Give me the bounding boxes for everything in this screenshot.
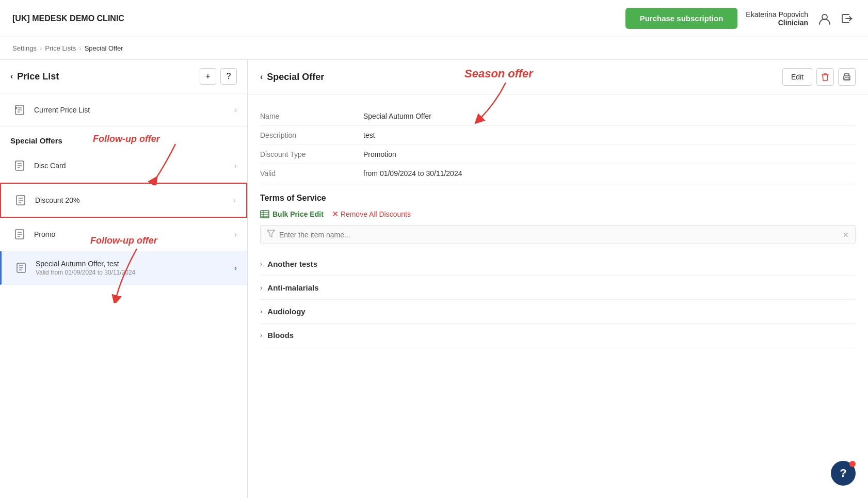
table-icon (260, 210, 269, 218)
remove-all-button[interactable]: ✕ Remove All Discounts (332, 209, 411, 219)
help-info-button[interactable]: ? (220, 68, 237, 85)
print-button[interactable] (838, 68, 856, 86)
left-panel-header: ‹ Price List + ? (0, 60, 247, 93)
disc-card-text: Disc Card (29, 162, 234, 170)
help-icon: ? (840, 467, 846, 480)
valid-row: Valid from 01/09/2024 to 30/11/2024 (260, 164, 856, 183)
expand-arrow-anti-malarials: › (260, 284, 262, 292)
name-row: Name Special Autumn Offer (260, 107, 856, 126)
special-autumn-label: Special Autumn Offer, test (36, 260, 229, 268)
promo-label: Promo (34, 230, 229, 238)
edit-button[interactable]: Edit (782, 68, 812, 86)
disc-card-arrow: › (234, 162, 237, 170)
discount-20-label: Discount 20% (35, 196, 228, 204)
discount-type-label: Discount Type (260, 150, 363, 158)
panel-actions: + ? (200, 68, 237, 85)
promo-text: Promo (29, 230, 234, 238)
price-list-title: ‹ Price List (10, 71, 59, 82)
header-icons (816, 10, 856, 27)
bulk-price-edit-button[interactable]: Bulk Price Edit (260, 210, 324, 218)
user-name: Ekaterina Popovich (746, 10, 808, 19)
current-price-list-label: Current Price List (34, 106, 229, 114)
promo-icon (10, 225, 29, 244)
expand-arrow-audiology: › (260, 308, 262, 315)
back-arrow-icon[interactable]: ‹ (10, 72, 13, 81)
current-price-list-arrow: › (234, 106, 237, 114)
breadcrumb-settings[interactable]: Settings (12, 44, 37, 52)
another-tests-label: Another tests (267, 260, 317, 268)
help-button[interactable]: ? (831, 461, 856, 486)
current-price-list-item[interactable]: Current Price List › (0, 93, 247, 127)
expand-arrow-bloods: › (260, 331, 262, 339)
main-layout: ‹ Price List + ? Current Price List (0, 60, 868, 498)
header: [UK] MEDESK DEMO CLINIC Purchase subscri… (0, 0, 868, 37)
current-price-list-text: Current Price List (29, 106, 234, 114)
avatar-icon[interactable] (816, 10, 833, 27)
anti-malarials-label: Anti-malarials (267, 283, 318, 292)
category-bloods[interactable]: › Bloods (260, 324, 856, 347)
filter-icon (267, 230, 275, 239)
right-panel: Season offer ‹ Special Offer Edit (248, 60, 868, 498)
valid-label: Valid (260, 169, 363, 178)
right-panel-actions: Edit (782, 68, 856, 86)
add-button[interactable]: + (200, 68, 216, 85)
svg-rect-5 (15, 107, 17, 109)
user-role: Clinician (746, 19, 808, 27)
svg-rect-26 (845, 77, 849, 79)
right-panel-header: ‹ Special Offer Edit (248, 60, 868, 94)
bloods-label: Bloods (267, 331, 294, 340)
purchase-subscription-button[interactable]: Purchase subscription (625, 8, 738, 29)
terms-section: Terms of Service Bulk Price Edit (260, 194, 856, 347)
breadcrumb-current: Special Offer (85, 44, 123, 52)
discount-20-arrow: › (233, 196, 236, 204)
discount-type-value: Promotion (363, 150, 856, 158)
special-autumn-item[interactable]: Special Autumn Offer, test Valid from 01… (0, 251, 247, 285)
breadcrumb-price-lists[interactable]: Price Lists (45, 44, 76, 52)
bulk-edit-label: Bulk Price Edit (272, 210, 324, 218)
audiology-label: Audiology (267, 307, 305, 316)
left-panel: ‹ Price List + ? Current Price List (0, 60, 248, 498)
detail-content: Name Special Autumn Offer Description te… (248, 94, 868, 360)
header-right: Purchase subscription Ekaterina Popovich… (625, 8, 856, 29)
price-list-label: Price List (17, 71, 59, 82)
category-anti-malarials[interactable]: › Anti-malarials (260, 276, 856, 300)
disc-card-label: Disc Card (34, 162, 229, 170)
description-label: Description (260, 131, 363, 139)
promo-item[interactable]: Promo › (0, 218, 247, 251)
disc-card-item[interactable]: Disc Card › (0, 149, 247, 183)
special-offer-title: ‹ Special Offer (260, 72, 324, 83)
category-audiology[interactable]: › Audiology (260, 300, 856, 324)
logout-icon[interactable] (839, 10, 856, 27)
price-list-icon (10, 101, 29, 119)
valid-value: from 01/09/2024 to 30/11/2024 (363, 169, 856, 178)
terms-actions: Bulk Price Edit ✕ Remove All Discounts (260, 209, 856, 219)
special-offers-section: Special Offers (0, 127, 247, 149)
search-clear-button[interactable]: ✕ (843, 231, 849, 239)
remove-label: Remove All Discounts (341, 210, 411, 218)
user-info: Ekaterina Popovich Clinician (746, 10, 808, 27)
disc-card-icon (10, 156, 29, 175)
special-autumn-icon (12, 259, 30, 277)
expand-arrow-another-tests: › (260, 260, 262, 268)
name-value: Special Autumn Offer (363, 112, 856, 120)
remove-cross: ✕ (332, 209, 339, 219)
category-another-tests[interactable]: › Another tests (260, 252, 856, 276)
description-value: test (363, 131, 856, 139)
delete-button[interactable] (816, 68, 834, 86)
right-panel-back-arrow[interactable]: ‹ (260, 72, 263, 82)
discount-20-icon (11, 191, 30, 210)
special-autumn-arrow: › (234, 264, 237, 272)
discount-20-item[interactable]: Discount 20% › (0, 183, 247, 218)
discount-type-row: Discount Type Promotion (260, 145, 856, 164)
breadcrumb-sep-1: › (40, 44, 42, 52)
breadcrumb: Settings › Price Lists › Special Offer (0, 37, 868, 60)
discount-20-text: Discount 20% (30, 196, 233, 204)
special-autumn-text: Special Autumn Offer, test Valid from 01… (30, 260, 234, 276)
special-autumn-sub: Valid from 01/09/2024 to 30/11/2024 (36, 269, 229, 276)
search-bar: ✕ (260, 225, 856, 244)
search-input[interactable] (279, 231, 839, 239)
special-offer-label: Special Offer (267, 72, 324, 83)
terms-title: Terms of Service (260, 194, 856, 203)
description-row: Description test (260, 126, 856, 145)
breadcrumb-sep-2: › (79, 44, 81, 52)
